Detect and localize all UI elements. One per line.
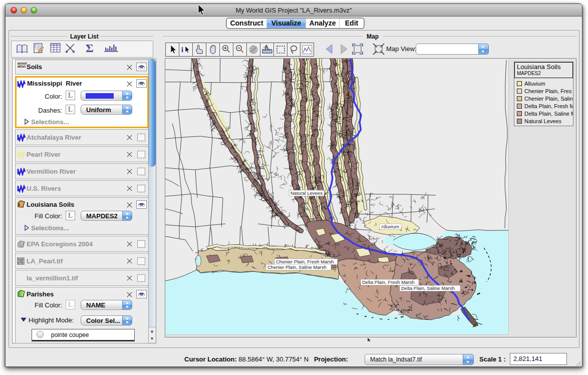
svg-text:Delta Plain, Saline Marsh: Delta Plain, Saline Marsh bbox=[401, 285, 455, 291]
svg-text:A: A bbox=[264, 45, 268, 50]
svg-text:i: i bbox=[181, 46, 183, 54]
svg-text:Chenier Plain, Saline Marsh: Chenier Plain, Saline Marsh bbox=[267, 264, 327, 270]
svg-text:Alluvium: Alluvium bbox=[381, 224, 399, 229]
svg-text:Delta Plain, Fresh Marsh: Delta Plain, Fresh Marsh bbox=[362, 279, 415, 285]
svg-text:Natural Levees: Natural Levees bbox=[290, 190, 323, 196]
svg-text:Σ: Σ bbox=[86, 42, 94, 55]
svg-text:Chenier Plain, Fresh Marsh: Chenier Plain, Fresh Marsh bbox=[276, 259, 334, 264]
